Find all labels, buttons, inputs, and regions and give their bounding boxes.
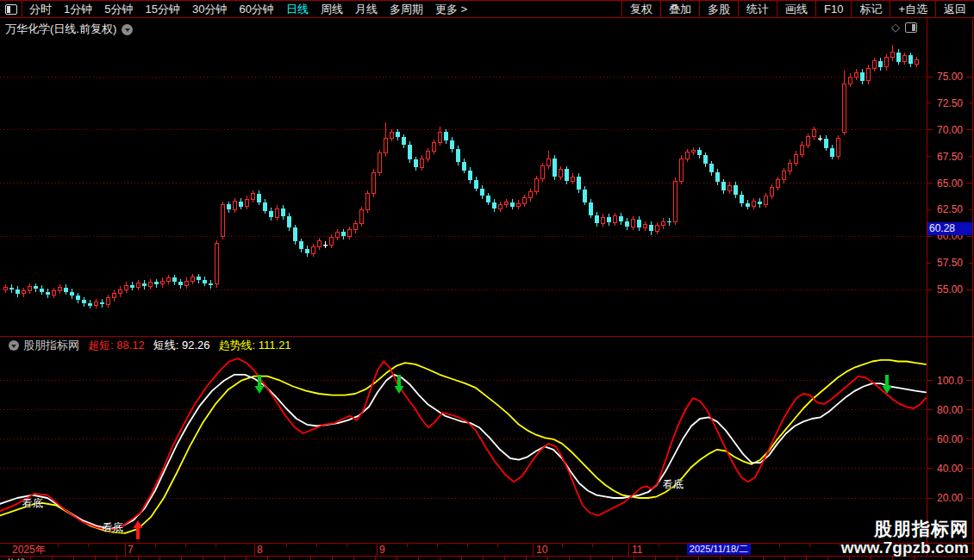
menu-item-多周期[interactable]: 多周期	[390, 2, 423, 17]
price-axis-label: 65.00	[929, 178, 971, 189]
menu-item-5分钟[interactable]: 5分钟	[104, 2, 133, 17]
menu-item-周线[interactable]: 周线	[321, 2, 343, 17]
menu-item-分时[interactable]: 分时	[29, 2, 52, 17]
action-复权[interactable]: 复权	[621, 1, 660, 17]
candle-up	[360, 209, 364, 223]
candle-down	[649, 225, 653, 231]
action-画线[interactable]: 画线	[777, 1, 815, 17]
candle-up	[348, 230, 352, 237]
candle-up	[771, 187, 774, 196]
candle-up	[813, 130, 816, 136]
action-标记[interactable]: 标记	[851, 1, 890, 17]
candle-up	[384, 139, 388, 153]
candle-up	[366, 194, 370, 210]
candle-down	[607, 217, 611, 222]
candle-down	[583, 190, 587, 202]
candle-down	[341, 232, 346, 236]
candle-down	[46, 292, 50, 296]
indicator-value-短线: 短线: 92.26	[153, 339, 210, 352]
candle-down	[486, 196, 490, 202]
candle-up	[535, 179, 539, 192]
month-boundary	[628, 543, 629, 556]
candle-down	[263, 202, 267, 211]
action-统计[interactable]: 统计	[738, 1, 777, 17]
menu-item-月线[interactable]: 月线	[355, 2, 378, 17]
candle-down	[492, 202, 496, 208]
candle-down	[456, 149, 460, 162]
candle-up	[686, 152, 690, 159]
candle-down	[281, 208, 285, 216]
candle-down	[830, 148, 834, 157]
candle-down	[130, 285, 134, 287]
indicator-chevron-icon[interactable]	[9, 340, 19, 351]
candle-down	[82, 300, 86, 303]
indicator-name: 股朋指标网	[23, 338, 79, 353]
action-+自选[interactable]: +自选	[890, 1, 935, 17]
candle-up	[191, 277, 195, 281]
candle-up	[4, 288, 8, 290]
price-axis-label: 55.00	[929, 284, 971, 295]
candle-down	[462, 162, 466, 171]
candle-down	[697, 150, 702, 155]
candle-down	[480, 189, 484, 196]
candle-down	[746, 203, 750, 207]
candle-up	[783, 171, 786, 180]
panel-divider-line	[0, 336, 974, 337]
candle-up	[837, 139, 840, 157]
price-axis-label: 62.50	[929, 204, 971, 215]
candle-down	[64, 288, 68, 292]
chevron-down-icon[interactable]	[122, 24, 133, 35]
action-F10[interactable]: F10	[815, 1, 851, 17]
candle-up	[378, 153, 382, 172]
candle-up	[107, 298, 110, 304]
candle-down	[299, 241, 303, 249]
indicator-readout: 超短: 88.12短线: 92.26趋势线: 111.21	[88, 338, 300, 353]
candle-up	[891, 53, 895, 58]
candle-down	[637, 220, 641, 228]
candle-down	[76, 296, 80, 300]
candle-up	[632, 220, 635, 227]
candle-down	[209, 283, 213, 286]
candle-down	[589, 202, 593, 215]
candle-up	[330, 238, 334, 246]
action-多股[interactable]: 多股	[699, 1, 738, 17]
candle-up	[499, 204, 503, 208]
window-layout-cell[interactable]	[0, 1, 22, 17]
candle-down	[34, 286, 38, 289]
month-boundary	[125, 543, 126, 556]
price-axis-label: 57.50	[929, 258, 971, 268]
watermark-url: www.7gpzb.com	[841, 538, 969, 557]
candle-up	[439, 132, 442, 142]
action-叠加[interactable]: 叠加	[660, 1, 699, 17]
time-axis-label: 7	[128, 544, 134, 555]
candle-down	[878, 61, 883, 67]
candle-down	[565, 169, 569, 181]
signal-label: 看底	[22, 498, 43, 509]
candle-up	[149, 282, 153, 286]
candle-down	[703, 155, 708, 164]
menu-item-1分钟[interactable]: 1分钟	[64, 2, 92, 17]
price-axis-label: 75.00	[929, 72, 971, 82]
candle-up	[517, 203, 521, 207]
menu-item-日线[interactable]: 日线	[286, 2, 309, 17]
candle-up	[234, 202, 237, 210]
pane-toggle-icon[interactable]	[905, 22, 917, 33]
diamond-icon[interactable]: ◇	[891, 21, 900, 34]
candle-up	[602, 217, 605, 223]
candle-up	[427, 151, 430, 159]
menu-item-30分钟[interactable]: 30分钟	[192, 2, 227, 17]
candle-down	[227, 204, 231, 209]
candle-up	[529, 191, 533, 197]
watermark-brand: 股朋指标网	[841, 519, 969, 538]
menu-item-60分钟[interactable]: 60分钟	[239, 2, 273, 17]
candle-up	[801, 145, 804, 154]
time-axis-bottom-line	[0, 556, 974, 557]
menu-item-15分钟[interactable]: 15分钟	[145, 2, 179, 17]
action-返回[interactable]: 返回	[935, 1, 974, 17]
y-axis-right-border	[972, 18, 973, 556]
indicator-header: 股朋指标网 超短: 88.12短线: 92.26趋势线: 111.21	[3, 338, 300, 353]
candle-up	[421, 159, 424, 167]
chart-corner-icons: ◇	[891, 21, 917, 34]
menu-item-更多 >[interactable]: 更多 >	[435, 2, 467, 17]
indicator-value-超短: 超短: 88.12	[88, 339, 145, 352]
